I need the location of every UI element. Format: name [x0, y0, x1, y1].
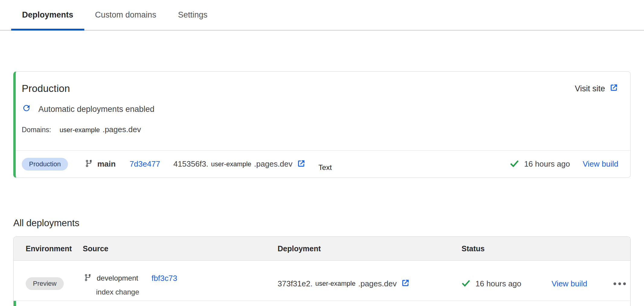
deployment-url-suffix: .pages.dev: [254, 159, 292, 169]
production-title: Production: [22, 83, 70, 94]
deployment-url-name: user-example: [211, 160, 251, 168]
tab-custom-domains[interactable]: Custom domains: [84, 0, 167, 30]
tab-bar: Deployments Custom domains Settings: [0, 0, 644, 31]
tab-custom-domains-label: Custom domains: [95, 10, 156, 20]
visit-site-label: Visit site: [575, 84, 605, 93]
pages-project-dashboard: Deployments Custom domains Settings Prod…: [0, 0, 644, 306]
deployment-url-suffix: .pages.dev: [358, 279, 397, 288]
commit-message: index change: [96, 288, 278, 296]
deployment-url-link[interactable]: 415356f3. user-example .pages.dev: [173, 159, 306, 169]
column-status: Status: [462, 244, 552, 253]
deployment-url-name: user-example: [315, 280, 356, 288]
cell-deployment: 373f31e2. user-example .pages.dev: [278, 271, 462, 296]
visit-site-link[interactable]: Visit site: [575, 83, 618, 94]
tab-deployments[interactable]: Deployments: [11, 0, 84, 30]
domains-label: Domains:: [22, 126, 51, 134]
external-link-icon: [397, 278, 410, 289]
commit-link[interactable]: 7d3e477: [130, 159, 160, 169]
cell-menu: [613, 271, 630, 296]
view-build-link[interactable]: View build: [583, 159, 618, 169]
external-link-icon: [609, 83, 618, 94]
deploy-time: 16 hours ago: [475, 279, 521, 288]
production-row-status: 16 hours ago View build: [510, 159, 618, 169]
auto-deployments-status: Automatic deployments enabled: [22, 104, 618, 115]
column-deployment: Deployment: [278, 244, 462, 253]
tab-settings-label: Settings: [178, 10, 208, 20]
cell-environment: Preview: [26, 271, 83, 296]
production-row-indicator: [14, 301, 16, 306]
deployment-url-prefix: 415356f3.: [173, 159, 208, 169]
redaction-note: Text: [318, 163, 332, 172]
git-branch-icon: [85, 159, 93, 169]
deployment-url-link[interactable]: 373f31e2. user-example .pages.dev: [278, 278, 410, 289]
branch-group: main: [85, 159, 116, 169]
column-environment: Environment: [26, 244, 83, 253]
deploy-time: 16 hours ago: [524, 159, 570, 169]
domain-suffix: .pages.dev: [102, 125, 141, 134]
environment-badge-production: Production: [22, 158, 68, 171]
deployments-table-header: Environment Source Deployment Status: [14, 237, 630, 261]
commit-link[interactable]: fbf3c73: [151, 274, 177, 283]
branch-name: main: [97, 159, 116, 169]
deployment-url-prefix: 373f31e2.: [278, 279, 313, 288]
tab-settings[interactable]: Settings: [167, 0, 218, 30]
git-branch-icon: [84, 274, 92, 283]
table-row-stub: [14, 301, 630, 306]
production-deployment-row: Production main 7d3e477 415356f3. user-e…: [16, 150, 630, 177]
overflow-menu-icon[interactable]: [613, 282, 630, 285]
environment-badge-preview: Preview: [26, 277, 64, 290]
cell-source: development fbf3c73 index change: [83, 271, 278, 296]
column-source: Source: [83, 244, 278, 253]
auto-deployments-text: Automatic deployments enabled: [38, 105, 154, 114]
refresh-icon: [22, 103, 31, 115]
cell-view-build: View build: [552, 271, 613, 296]
production-card-top: Production Visit site: [16, 72, 630, 150]
table-row: Preview development fbf3c73 index change: [14, 261, 630, 301]
branch-name: development: [97, 274, 138, 282]
all-deployments-title: All deployments: [13, 218, 644, 230]
domains-row: Domains: user-example .pages.dev: [22, 125, 618, 135]
check-icon: [462, 279, 470, 289]
cell-status: 16 hours ago: [462, 271, 552, 296]
check-icon: [510, 159, 519, 169]
external-link-icon: [292, 159, 306, 169]
deployments-table: Environment Source Deployment Status Pre…: [13, 236, 631, 306]
domain-name: user-example: [60, 126, 100, 134]
tab-deployments-label: Deployments: [22, 10, 73, 20]
branch-group: development: [84, 274, 138, 283]
view-build-link[interactable]: View build: [552, 279, 587, 288]
production-card: Production Visit site: [13, 71, 631, 178]
